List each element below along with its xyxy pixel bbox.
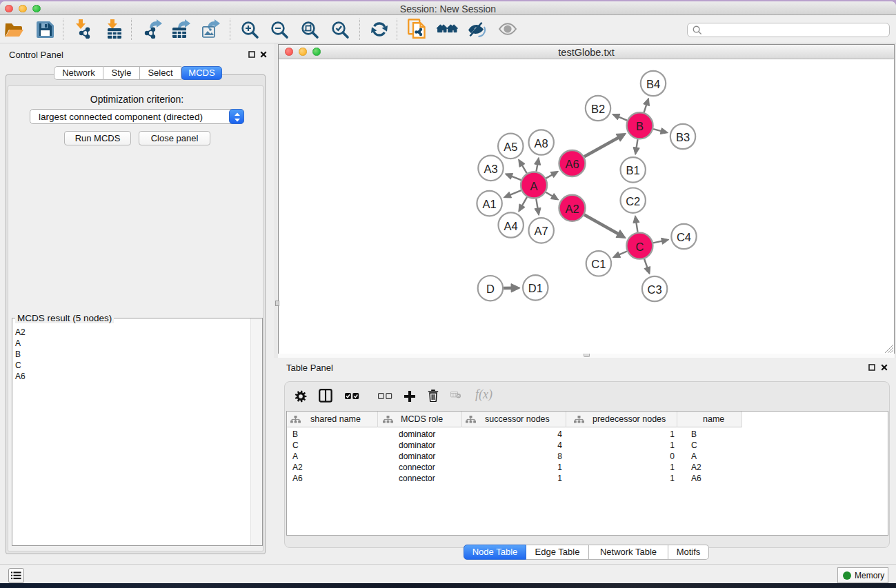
- svg-text:C4: C4: [677, 231, 691, 243]
- svg-text:C2: C2: [626, 195, 640, 207]
- svg-text:D: D: [486, 283, 495, 295]
- svg-text:B: B: [636, 120, 644, 132]
- svg-text:A: A: [530, 180, 538, 192]
- svg-text:A7: A7: [535, 225, 548, 237]
- svg-text:A5: A5: [504, 141, 517, 153]
- svg-text:B4: B4: [646, 78, 660, 90]
- svg-text:A1: A1: [483, 198, 497, 210]
- svg-text:B2: B2: [591, 103, 605, 115]
- svg-text:A6: A6: [565, 158, 579, 170]
- svg-text:B1: B1: [626, 164, 640, 176]
- svg-text:D1: D1: [528, 282, 543, 294]
- svg-text:A8: A8: [535, 137, 548, 150]
- svg-text:C3: C3: [648, 283, 662, 296]
- svg-text:B3: B3: [676, 131, 690, 143]
- svg-text:C: C: [635, 241, 644, 253]
- svg-text:C1: C1: [591, 258, 606, 270]
- svg-text:A4: A4: [504, 220, 518, 232]
- svg-text:A3: A3: [484, 163, 497, 175]
- svg-text:A2: A2: [565, 203, 579, 215]
